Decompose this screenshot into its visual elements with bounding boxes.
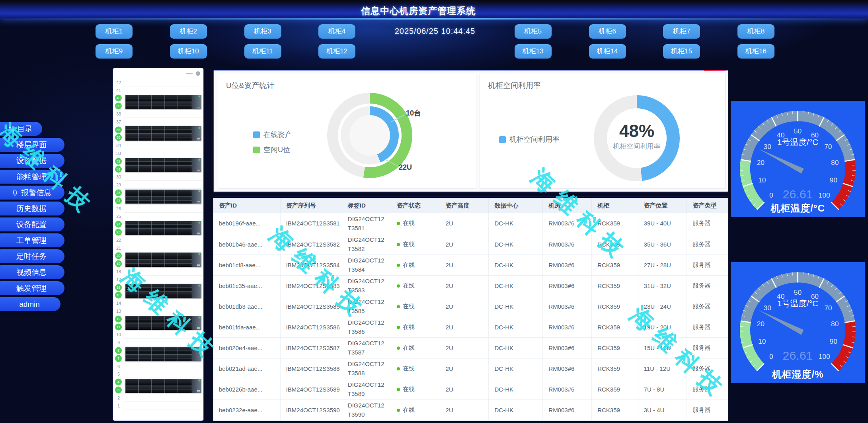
sidebar-item-6[interactable]: 设备配置 — [0, 217, 64, 231]
table-row: beb021ad-aae...IBM24OCT12S3588DIG24OCT12… — [213, 358, 728, 379]
rack-unit-occupied-badge: 20 — [115, 253, 122, 259]
cell-资产类型: 服务器 — [687, 379, 728, 400]
status-text: 在线 — [403, 261, 415, 268]
cell-资产位置: 39U - 40U — [638, 213, 687, 234]
cabinet-button-机柜11[interactable]: 机柜11 — [244, 44, 281, 59]
legend-label: 机柜空间利用率 — [509, 135, 560, 144]
rack-unit-occupied-badge: 19 — [115, 260, 122, 267]
rack-unit-row: 2 — [113, 394, 203, 402]
rack-unit-row: 29 — [113, 181, 203, 189]
cabinet-button-机柜4[interactable]: 机柜4 — [318, 24, 355, 39]
cabinet-button-机柜6[interactable]: 机柜6 — [589, 24, 626, 39]
cell-数据中心: DC-HK — [489, 358, 543, 379]
cell-资产状态: 在线 — [391, 234, 440, 255]
cell-资产位置: 3U - 4U — [638, 400, 687, 420]
tag-id-line1: DIG24OCT12 — [348, 278, 384, 284]
cell-资产位置: 27U - 28U — [638, 255, 687, 275]
svg-text:0: 0 — [769, 191, 773, 199]
sidebar-item-9[interactable]: 视频信息 — [0, 265, 64, 279]
legend-item-free-u[interactable]: 空闲U位 — [253, 145, 292, 155]
cell-资产高度: 2U — [440, 400, 489, 420]
cabinet-temperature-gauge-panel: 01020304050607080901001号温度/°C26.61 机柜温度/… — [731, 101, 865, 217]
server-drive-bays — [125, 379, 192, 393]
cell-资产状态: 在线 — [391, 379, 440, 400]
tag-id-line2: T3583 — [348, 287, 365, 294]
tag-id-line1: DIG24OCT12 — [348, 381, 384, 388]
cell-资产位置: 19U - 20U — [638, 317, 687, 337]
cabinet-button-机柜8[interactable]: 机柜8 — [737, 24, 774, 39]
cabinet-button-机柜16[interactable]: 机柜16 — [737, 44, 774, 59]
gauge-title-temperature: 机柜温度/°C — [731, 202, 865, 215]
cell-数据中心: DC-HK — [489, 255, 543, 275]
charts-panel: U位&资产统计 在线资产 空闲U位 10台 22U 机柜空间利用率 机柜空间利用… — [213, 70, 728, 192]
cabinet-button-机柜9[interactable]: 机柜9 — [96, 44, 133, 59]
server-status-led — [199, 96, 200, 97]
table-row: beb020e4-aae...IBM24OCT12S3587DIG24OCT12… — [213, 337, 728, 358]
rack-unit-gridline — [124, 370, 202, 378]
svg-text:20: 20 — [757, 159, 765, 166]
svg-text:70: 70 — [824, 304, 832, 312]
rack-unit-gridline — [124, 268, 202, 276]
cell-资产序列号: IBM24OCT12S3583 — [280, 275, 342, 296]
rack-unit-occupied-badge: 39 — [115, 103, 122, 110]
sidebar-item-8[interactable]: 定时任务 — [0, 249, 64, 263]
cabinet-button-机柜5[interactable]: 机柜5 — [515, 24, 552, 39]
rack-unit-gridline — [124, 339, 202, 347]
cabinet-button-机柜2[interactable]: 机柜2 — [170, 24, 207, 39]
cabinet-button-机柜15[interactable]: 机柜15 — [663, 44, 700, 59]
svg-text:90: 90 — [830, 337, 837, 345]
server-side-panel — [192, 379, 201, 393]
panel-accent-bar — [704, 70, 726, 71]
cabinet-button-机柜10[interactable]: 机柜10 — [170, 44, 207, 59]
cabinet-button-机柜13[interactable]: 机柜13 — [515, 44, 552, 59]
cell-资产ID: beb0232e-aae... — [213, 400, 280, 420]
rack-panel-header — [186, 70, 200, 76]
panel-options-icon[interactable] — [196, 71, 200, 76]
sidebar-item-3[interactable]: 能耗管理 — [0, 170, 64, 184]
sidebar-item-admin[interactable]: admin — [0, 297, 60, 311]
cell-资产类型: 服务器 — [687, 317, 728, 337]
server-status-led — [199, 190, 200, 192]
server-status-led — [199, 380, 200, 381]
legend-item-online-assets[interactable]: 在线资产 — [253, 130, 292, 139]
sidebar-item-5[interactable]: 历史数据 — [0, 202, 64, 215]
cell-数据中心: DC-HK — [489, 337, 543, 358]
cell-标签ID: DIG24OCT12T3585 — [342, 296, 391, 317]
svg-text:10: 10 — [758, 176, 766, 184]
server-status-led — [199, 222, 200, 223]
rack-unit-row: 33 — [113, 149, 203, 157]
rack-unit-number: 10 — [114, 332, 123, 337]
cabinet-button-机柜12[interactable]: 机柜12 — [318, 44, 355, 59]
table-row: beb01fda-aae...IBM24OCT12S3586DIG24OCT12… — [213, 317, 728, 337]
minimize-icon[interactable] — [186, 73, 193, 74]
rack-unit-gridline — [124, 213, 202, 221]
server-side-panel — [192, 158, 201, 172]
server-vent — [197, 170, 200, 171]
rack-unit-occupied-badge: 12 — [115, 315, 122, 322]
cabinet-button-机柜7[interactable]: 机柜7 — [663, 24, 700, 39]
cabinet-button-机柜14[interactable]: 机柜14 — [589, 44, 626, 59]
cabinet-button-机柜3[interactable]: 机柜3 — [244, 24, 281, 39]
server-drive-bays — [125, 190, 192, 204]
cell-机柜: RCK359 — [592, 234, 638, 255]
sidebar-item-10[interactable]: 触发管理 — [0, 281, 64, 295]
server-status-led — [199, 348, 200, 350]
sidebar-item-0[interactable]: 目录 — [0, 122, 42, 136]
cell-资产状态: 在线 — [391, 213, 440, 234]
cell-数据中心: DC-HK — [489, 317, 543, 337]
cell-资产高度: 2U — [440, 255, 489, 275]
cell-标签ID: DIG24OCT12T3586 — [342, 317, 391, 337]
cell-机柜: RCK359 — [592, 213, 638, 234]
cell-资产位置: 23U - 24U — [638, 296, 687, 317]
server-unit-image — [125, 253, 201, 267]
sidebar-item-2[interactable]: 设备数据 — [0, 154, 64, 168]
status-text: 在线 — [403, 282, 415, 289]
legend-item-utilization[interactable]: 机柜空间利用率 — [499, 135, 560, 144]
rack-unit-gridline — [124, 205, 202, 213]
sidebar-item-4[interactable]: 报警信息 — [0, 186, 64, 200]
sidebar-item-1[interactable]: 楼层界面 — [0, 138, 64, 152]
table-row: beb01db3-aae...IBM24OCT12S3585DIG24OCT12… — [213, 296, 728, 317]
cabinet-button-机柜1[interactable]: 机柜1 — [96, 24, 133, 39]
sidebar-item-7[interactable]: 工单管理 — [0, 233, 64, 247]
server-drive-bays — [125, 316, 192, 330]
